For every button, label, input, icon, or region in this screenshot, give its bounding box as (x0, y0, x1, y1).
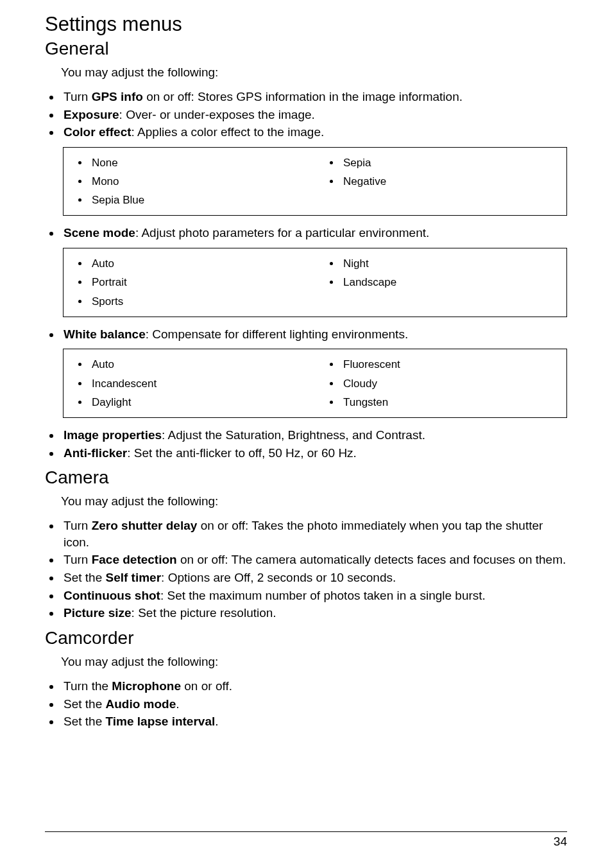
general-intro: You may adjust the following: (61, 65, 567, 80)
item-zero-shutter: Turn Zero shutter delay on or off: Takes… (61, 517, 567, 550)
item-anti-flicker: Anti-flicker: Set the anti-flicker to of… (61, 445, 567, 462)
b: Face detection (92, 553, 177, 566)
item-exposure: Exposure: Over- or under-exposes the ima… (61, 107, 567, 123)
opt-wb-auto: Auto (89, 356, 315, 373)
b: Scene mode (64, 226, 135, 239)
general-intro-wrap: You may adjust the following: (61, 65, 567, 80)
page: Settings menus General You may adjust th… (0, 0, 612, 868)
camcorder-intro-wrap: You may adjust the following: (61, 655, 567, 669)
b: Continuous shot (64, 589, 160, 602)
t: Set the (64, 571, 106, 584)
camcorder-intro: You may adjust the following: (61, 655, 567, 669)
t2: : Options are Off, 2 seconds or 10 secon… (161, 571, 396, 584)
t: Turn (64, 553, 92, 566)
color-box-right: Sepia Negative (315, 153, 566, 211)
b: Color effect (64, 125, 132, 139)
t: Turn (64, 90, 92, 103)
opt-daylight: Daylight (89, 394, 315, 411)
page-number: 34 (554, 835, 567, 848)
b: White balance (64, 327, 146, 341)
opt-portrait: Portrait (89, 273, 315, 291)
scene-mode-box: Auto Portrait Sports Night Landscape (63, 248, 567, 317)
opt-mono: Mono (89, 173, 315, 190)
opt-sepia-blue: Sepia Blue (89, 191, 315, 209)
wb-box-left: Auto Incandescent Daylight (64, 354, 315, 412)
camera-intro: You may adjust the following: (61, 494, 567, 508)
t: : Adjust the Saturation, Brightness, and… (162, 428, 425, 442)
b: Exposure (64, 108, 119, 121)
t2: . (176, 697, 179, 711)
b: Audio mode (106, 697, 176, 711)
t2: on or off: Stores GPS information in the… (143, 90, 463, 103)
t2: on or off. (181, 679, 232, 693)
b: Picture size (64, 606, 132, 620)
camcorder-list: Turn the Microphone on or off. Set the A… (45, 678, 567, 730)
opt-negative: Negative (341, 173, 566, 190)
b: GPS info (92, 90, 143, 103)
opt-none: None (89, 154, 315, 171)
item-scene-mode: Scene mode: Adjust photo parameters for … (61, 225, 567, 241)
item-continuous-shot: Continuous shot: Set the maximum number … (61, 587, 567, 604)
t: : Applies a color effect to the image. (132, 125, 325, 139)
page-title: Settings menus (45, 13, 567, 36)
general-list-2: Scene mode: Adjust photo parameters for … (45, 225, 567, 241)
camera-list: Turn Zero shutter delay on or off: Takes… (45, 517, 567, 621)
footer: 34 (45, 831, 567, 849)
t2: on or off: The camera automatically dete… (177, 553, 566, 566)
heading-general: General (45, 39, 567, 59)
t: : Compensate for different lighting envi… (146, 327, 408, 341)
heading-camera: Camera (45, 467, 567, 488)
b: Microphone (112, 679, 181, 693)
t: Turn (64, 519, 92, 532)
item-microphone: Turn the Microphone on or off. (61, 678, 567, 695)
t: Set the (64, 715, 106, 728)
camera-intro-wrap: You may adjust the following: (61, 494, 567, 508)
item-self-timer: Set the Self timer: Options are Off, 2 s… (61, 569, 567, 586)
item-face-detection: Turn Face detection on or off: The camer… (61, 551, 567, 568)
item-gps: Turn GPS info on or off: Stores GPS info… (61, 89, 567, 105)
color-effect-box: None Mono Sepia Blue Sepia Negative (63, 147, 567, 216)
b: Zero shutter delay (92, 519, 198, 532)
t: : Over- or under-exposes the image. (119, 108, 315, 121)
opt-landscape: Landscape (341, 273, 566, 291)
general-list-3: White balance: Compensate for different … (45, 326, 567, 343)
opt-sports: Sports (89, 293, 315, 310)
t: : Set the picture resolution. (132, 606, 276, 620)
opt-auto: Auto (89, 255, 315, 272)
white-balance-box: Auto Incandescent Daylight Fluorescent C… (63, 349, 567, 418)
item-image-properties: Image properties: Adjust the Saturation,… (61, 427, 567, 444)
t: : Set the maximum number of photos taken… (160, 589, 486, 602)
color-box-left: None Mono Sepia Blue (64, 153, 315, 211)
item-white-balance: White balance: Compensate for different … (61, 326, 567, 343)
t: Turn the (64, 679, 112, 693)
item-time-lapse: Set the Time lapse interval. (61, 713, 567, 730)
item-color-effect: Color effect: Applies a color effect to … (61, 124, 567, 141)
opt-fluorescent: Fluorescent (341, 356, 566, 373)
heading-camcorder: Camcorder (45, 628, 567, 648)
opt-cloudy: Cloudy (341, 375, 566, 392)
opt-night: Night (341, 255, 566, 272)
t: Set the (64, 697, 106, 711)
item-picture-size: Picture size: Set the picture resolution… (61, 605, 567, 621)
wb-box-right: Fluorescent Cloudy Tungsten (315, 354, 566, 412)
b: Time lapse interval (106, 715, 216, 728)
b: Image properties (64, 428, 162, 442)
t2: . (215, 715, 218, 728)
t: : Set the anti-flicker to off, 50 Hz, or… (127, 446, 357, 460)
opt-sepia: Sepia (341, 154, 566, 171)
general-list: Turn GPS info on or off: Stores GPS info… (45, 89, 567, 141)
scene-box-left: Auto Portrait Sports (64, 254, 315, 311)
opt-incandescent: Incandescent (89, 375, 315, 392)
item-audio-mode: Set the Audio mode. (61, 696, 567, 713)
b: Anti-flicker (64, 446, 127, 460)
opt-tungsten: Tungsten (341, 394, 566, 411)
general-list-4: Image properties: Adjust the Saturation,… (45, 427, 567, 461)
b: Self timer (106, 571, 162, 584)
t: : Adjust photo parameters for a particul… (135, 226, 429, 239)
scene-box-right: Night Landscape (315, 254, 566, 311)
